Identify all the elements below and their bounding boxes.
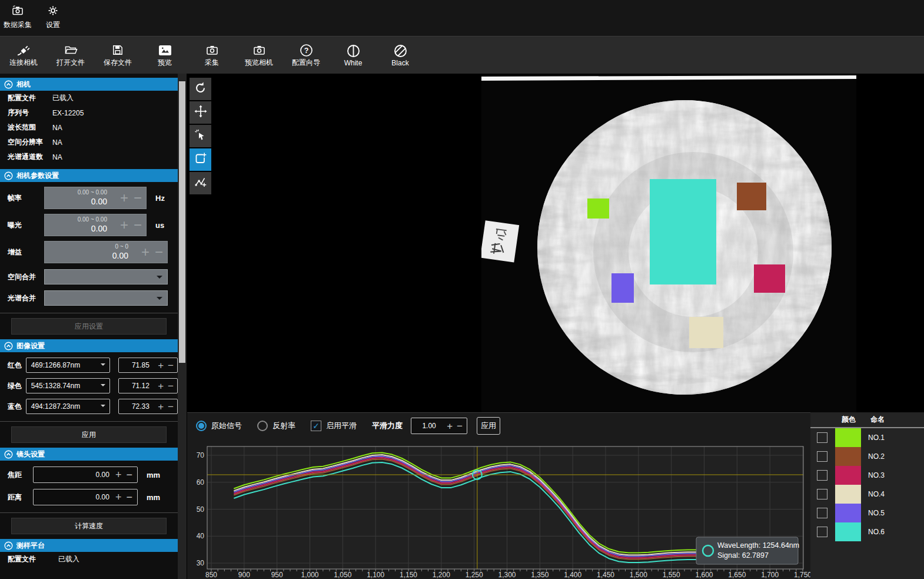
roi-rect-no2[interactable] — [737, 183, 766, 210]
panel-header-lens-settings[interactable]: 镜头设置 — [0, 448, 178, 461]
legend-row-no2[interactable]: NO.2 — [810, 447, 924, 466]
spatial-binning-label: 空间合并 — [8, 272, 44, 282]
increment-button[interactable]: + — [141, 245, 149, 259]
decrement-button[interactable]: − — [168, 402, 174, 412]
toolbar-item-7[interactable]: ?配置向导 — [282, 43, 330, 68]
toolbar-item-6[interactable]: 预览相机 — [235, 43, 282, 68]
smooth-strength-input[interactable]: 1.00 +− — [411, 418, 467, 434]
band-value: 469:1266.87nm — [31, 361, 80, 369]
tab-data-acquisition[interactable]: 数据采集 — [0, 1, 35, 34]
increment-button[interactable]: + — [158, 381, 164, 391]
enable-smooth-checkbox[interactable]: ✓ — [311, 421, 321, 431]
increment-button[interactable]: + — [158, 360, 164, 370]
raw-signal-radio[interactable] — [196, 421, 207, 431]
exposure-row: 曝光 0.00 ~ 0.00 0.00 +− us — [8, 214, 178, 236]
decrement-button[interactable]: − — [134, 191, 142, 205]
increment-button[interactable]: + — [115, 492, 122, 502]
toolbar-item-8[interactable]: White — [330, 44, 377, 67]
increment-button[interactable]: + — [158, 402, 164, 412]
smooth-apply-button[interactable]: 应用 — [477, 417, 500, 435]
roi-visibility-checkbox[interactable] — [817, 470, 827, 481]
x-tick-label: 900 — [238, 571, 250, 579]
info-value: NA — [52, 124, 62, 132]
panel-header-sample-stage[interactable]: 测样平台 — [0, 539, 178, 552]
legend-row-no1[interactable]: NO.1 — [810, 428, 924, 447]
spectral-binning-dropdown[interactable] — [44, 290, 168, 306]
red-band-dropdown[interactable]: 469:1266.87nm — [26, 358, 110, 373]
curve-points-tool-button[interactable] — [190, 172, 211, 194]
scrollbar-thumb[interactable] — [179, 81, 185, 363]
green-band-dropdown[interactable]: 545:1328.74nm — [26, 378, 110, 393]
roi-rect-no4[interactable] — [689, 317, 723, 348]
stage-config-label: 配置文件 — [8, 554, 52, 564]
increment-button[interactable]: + — [120, 191, 128, 205]
roi-rect-no3[interactable] — [754, 264, 785, 293]
decrement-button[interactable]: − — [168, 381, 174, 391]
decrement-button[interactable]: − — [134, 218, 142, 232]
decrement-button[interactable]: − — [168, 360, 174, 370]
toolbar-item-3[interactable]: 保存文件 — [94, 43, 141, 68]
roi-rect-no6[interactable] — [650, 179, 716, 284]
red-gain-input[interactable]: 71.85+− — [118, 358, 178, 373]
legend-row-no3[interactable]: NO.3 — [810, 466, 924, 485]
calc-speed-button[interactable]: 计算速度 — [11, 518, 167, 534]
blue-band-dropdown[interactable]: 494:1287.23nm — [26, 399, 110, 414]
green-gain-input[interactable]: 71.12+− — [118, 378, 178, 393]
apply-image-button[interactable]: 应用 — [11, 426, 167, 443]
panel-header-camera[interactable]: 相机 — [0, 78, 178, 91]
exposure-input[interactable]: 0.00 ~ 0.00 0.00 +− — [44, 214, 147, 236]
tab-settings[interactable]: 设置 — [35, 1, 71, 34]
frame-rate-input[interactable]: 0.00 ~ 0.00 0.00 +− — [44, 187, 147, 209]
pick-cursor-tool-button[interactable] — [190, 125, 211, 147]
legend-row-no5[interactable]: NO.5 — [810, 504, 924, 522]
panel-header-camera-params[interactable]: 相机参数设置 — [0, 169, 178, 182]
apply-settings-button[interactable]: 应用设置 — [11, 318, 167, 335]
image-viewport[interactable] — [187, 74, 924, 412]
roi-rect-no5[interactable] — [611, 273, 634, 303]
gain-input[interactable]: 0 ~ 0 0.00 +− — [44, 241, 168, 263]
gain-value: 72.33 — [119, 402, 158, 411]
spectrum-panel: 8509009501,0001,0501,1001,1501,2001,2501… — [187, 412, 810, 579]
increment-button[interactable]: + — [120, 218, 128, 232]
legend-row-no6[interactable]: NO.6 — [810, 522, 924, 541]
roi-rect-no1[interactable] — [587, 198, 609, 219]
field-unit: mm — [147, 493, 160, 502]
pan-move-tool-button[interactable] — [190, 101, 211, 124]
focal-length-input[interactable]: 0.00+− — [33, 466, 138, 483]
legend-row-no4[interactable]: NO.4 — [810, 485, 924, 504]
toolbar-item-1[interactable]: 连接相机 — [0, 43, 47, 68]
blue-gain-input[interactable]: 72.33+− — [118, 399, 178, 414]
toolbar-item-4[interactable]: 预览 — [141, 43, 188, 68]
reflectance-radio[interactable] — [257, 421, 268, 431]
refresh-tool-button[interactable] — [190, 78, 211, 100]
increment-button[interactable]: + — [447, 421, 453, 431]
decrement-button[interactable]: − — [155, 245, 163, 259]
roi-color-swatch — [835, 428, 861, 447]
divider — [0, 313, 178, 313]
toolbar-item-9[interactable]: Black — [377, 44, 424, 67]
panel-header-image-settings[interactable]: 图像设置 — [0, 339, 178, 352]
x-tick-label: 1,250 — [466, 571, 483, 579]
roi-visibility-checkbox[interactable] — [817, 508, 827, 518]
y-tick-label: 70 — [197, 451, 205, 459]
roi-visibility-checkbox[interactable] — [817, 432, 827, 443]
legend-header: 颜色 命名 — [810, 412, 924, 428]
toolbar-item-2[interactable]: 打开文件 — [47, 43, 94, 68]
decrement-button[interactable]: − — [126, 492, 132, 502]
roi-visibility-checkbox[interactable] — [817, 489, 827, 499]
increment-button[interactable]: + — [115, 469, 122, 480]
band-value: 494:1287.23nm — [31, 402, 80, 411]
decrement-button[interactable]: − — [126, 469, 132, 480]
wizard-help-icon: ? — [300, 43, 313, 57]
roi-rect-tool-button[interactable] — [190, 148, 211, 171]
field-value: 0.00 — [34, 471, 109, 479]
decrement-button[interactable]: − — [457, 421, 463, 431]
stage-config-value: 已载入 — [58, 554, 79, 564]
roi-visibility-checkbox[interactable] — [817, 527, 827, 537]
toolbar-item-5[interactable]: 采集 — [188, 43, 235, 68]
roi-color-swatch — [835, 504, 861, 522]
sidebar-scrollbar[interactable] — [178, 74, 187, 579]
distance-input[interactable]: 0.00+− — [33, 489, 138, 505]
roi-visibility-checkbox[interactable] — [817, 451, 827, 462]
spatial-binning-dropdown[interactable] — [44, 269, 168, 284]
